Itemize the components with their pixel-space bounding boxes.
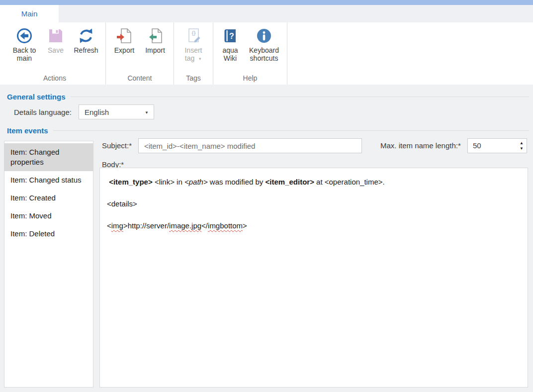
item-event-option[interactable]: Item: Changed status (4, 171, 93, 189)
svg-text:?: ? (229, 32, 234, 40)
svg-text:{}: {} (192, 30, 196, 36)
insert-tag-label: Insert tag▼ (184, 46, 202, 62)
subject-input[interactable] (138, 138, 362, 153)
ribbon-group-actions: Back to main Save (4, 22, 106, 85)
refresh-label: Refresh (74, 46, 98, 54)
keyboard-shortcuts-label: Keyboard shortcuts (245, 46, 283, 62)
ribbon: Back to main Save (0, 22, 533, 85)
app-window: Main Back to main (0, 0, 533, 392)
max-item-name-length-label: Max. item name length:* (380, 141, 461, 150)
refresh-button[interactable]: Refresh (71, 26, 101, 54)
details-language-value: English (79, 108, 109, 116)
max-item-name-length-spinner[interactable]: 50 ▲ ▼ (467, 138, 527, 153)
details-language-label: Details language: (14, 108, 72, 116)
details-language-dropdown[interactable]: English ▼ (79, 104, 154, 119)
insert-tag-button[interactable]: {} Insert tag▼ (178, 26, 209, 62)
item-event-option[interactable]: Item: Created (4, 189, 93, 207)
back-arrow-icon (16, 26, 33, 45)
save-button[interactable]: Save (43, 26, 69, 54)
item-event-option[interactable]: Item: Deleted (4, 225, 93, 243)
spinner-down-button[interactable]: ▼ (520, 146, 524, 151)
body-paragraph: <details> (107, 199, 521, 209)
ribbon-group-help: ? aqua Wiki Keyboard shortcuts (213, 22, 287, 85)
subject-label: Subject:* (102, 141, 132, 150)
body-paragraph: <img>http://server/image.jpg</imgbottom> (107, 221, 521, 231)
section-divider (53, 130, 529, 131)
ribbon-group-content: Export Import Content (106, 22, 174, 85)
general-settings-heading: General settings (7, 93, 66, 101)
subject-row: Subject:* Max. item name length:* 50 ▲ ▼ (99, 138, 528, 153)
group-label-actions: Actions (7, 73, 102, 85)
aqua-wiki-label: aqua Wiki (217, 46, 243, 62)
group-label-help: Help (216, 73, 284, 85)
spinner-up-button[interactable]: ▲ (520, 140, 524, 146)
item-event-option[interactable]: Item: Moved (4, 207, 93, 225)
keyboard-shortcuts-button[interactable]: Keyboard shortcuts (245, 26, 283, 62)
details-language-row: Details language: English ▼ (14, 104, 154, 119)
item-event-option[interactable]: Item: Changed properties (4, 143, 93, 171)
tab-main-label: Main (21, 9, 38, 18)
spinner-value: 50 (473, 141, 481, 150)
insert-tag-icon: {} (185, 26, 202, 45)
item-events-heading: Item events (7, 126, 48, 135)
import-label: Import (145, 46, 165, 54)
insert-tag-dropdown-arrow[interactable]: ▼ (198, 57, 202, 61)
event-detail-panel: Subject:* Max. item name length:* 50 ▲ ▼… (99, 138, 528, 388)
body-paragraph: <item_type> <link> in <path> was modifie… (107, 177, 521, 187)
tab-main[interactable]: Main (0, 5, 59, 22)
save-label: Save (48, 46, 64, 54)
back-to-main-button[interactable]: Back to main (8, 26, 41, 62)
item-events-list[interactable]: Item: Changed propertiesItem: Changed st… (4, 141, 93, 388)
settings-page: General settings Details language: Engli… (0, 85, 533, 392)
export-button[interactable]: Export (110, 26, 139, 54)
import-document-icon (146, 26, 164, 45)
ribbon-group-tags: {} Insert tag▼ Tags (174, 22, 213, 85)
window-title-strip (0, 0, 533, 5)
back-to-main-label: Back to main (8, 46, 41, 62)
save-floppy-icon (47, 26, 64, 45)
body-editor[interactable]: <item_type> <link> in <path> was modifie… (99, 168, 528, 388)
group-label-tags: Tags (177, 73, 210, 85)
wiki-book-icon: ? (222, 26, 239, 45)
import-button[interactable]: Import (141, 26, 170, 54)
aqua-wiki-button[interactable]: ? aqua Wiki (217, 26, 243, 62)
section-divider (71, 97, 529, 97)
export-label: Export (114, 46, 134, 54)
export-document-icon (115, 26, 133, 45)
chevron-down-icon: ▼ (145, 110, 149, 115)
item-events-section: Item events (7, 126, 529, 135)
group-label-content: Content (109, 73, 171, 85)
general-settings-section: General settings (7, 93, 529, 101)
ribbon-tab-strip: Main (0, 5, 533, 22)
info-circle-icon (256, 26, 272, 45)
refresh-icon (78, 26, 94, 45)
